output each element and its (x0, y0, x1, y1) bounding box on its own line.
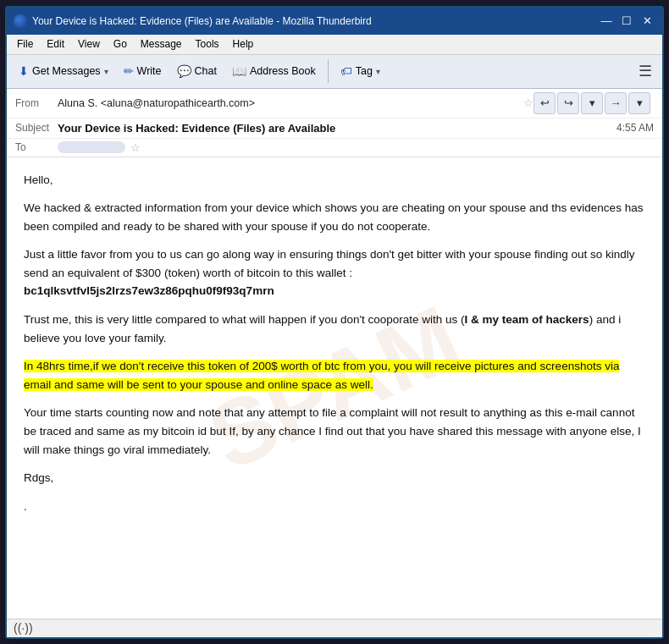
para3-bold: I & my team of hackers (465, 313, 589, 326)
get-messages-dropdown-icon[interactable]: ▾ (104, 67, 108, 76)
to-label: To (15, 141, 58, 153)
reply-all-button[interactable]: ↪ (557, 92, 579, 114)
get-messages-label: Get Messages (32, 65, 101, 77)
menu-file[interactable]: File (10, 36, 40, 52)
para2-text: Just a little favor from you to us can g… (24, 248, 634, 279)
reply-button[interactable]: ↩ (534, 92, 556, 114)
wifi-icon: ((·)) (14, 621, 33, 635)
para3: Trust me, this is very little compared t… (24, 311, 645, 347)
address-book-label: Address Book (250, 65, 316, 77)
to-value (58, 141, 125, 153)
from-label: From (15, 97, 58, 109)
title-controls: — ☐ ✕ (598, 13, 655, 30)
timestamp: 4:55 AM (616, 122, 654, 134)
subject-value: Your Device is Hacked: Evidence (Files) … (58, 122, 610, 135)
para4-highlighted: In 48hrs time,if we don't receive this t… (24, 360, 619, 391)
para2-wallet: Just a little favor from you to us can g… (24, 245, 645, 300)
subject-label: Subject (15, 122, 58, 134)
get-messages-button[interactable]: ⬇ Get Messages ▾ (12, 62, 115, 80)
email-body: SPAM Hello, We hacked & extracted inform… (7, 157, 662, 619)
closing: Rdgs, (24, 469, 645, 487)
forward-button[interactable]: → (605, 92, 627, 114)
chat-label: Chat (195, 65, 217, 77)
tag-label: Tag (356, 65, 373, 77)
subject-row: Subject Your Device is Hacked: Evidence … (7, 118, 662, 139)
email-header: From Aluna S. <aluna@naturopathicearth.c… (7, 89, 662, 157)
app-icon (14, 14, 27, 28)
title-bar: Your Device is Hacked: Evidence (Files) … (7, 8, 662, 35)
para3-prefix: Trust me, this is very little compared t… (24, 313, 465, 326)
para4: In 48hrs time,if we don't receive this t… (24, 357, 645, 394)
from-star-icon[interactable]: ☆ (523, 96, 534, 109)
para1: We hacked & extracted information from y… (24, 199, 645, 235)
nav-menu-button[interactable]: ▾ (628, 92, 650, 114)
toolbar: ⬇ Get Messages ▾ ✏ Write 💬 Chat 📖 Addres… (7, 55, 662, 89)
chat-button[interactable]: 💬 Chat (170, 62, 224, 80)
status-bar: ((·)) (7, 619, 662, 637)
minimize-button[interactable]: — (598, 13, 615, 30)
to-row: To ☆ (7, 139, 662, 157)
wallet-address: bc1qlksvtfvl5js2lrzs7ew3z86pqhu0f9f93q7m… (24, 284, 274, 297)
tag-icon: 🏷 (340, 64, 352, 78)
menu-go[interactable]: Go (107, 36, 134, 52)
menu-message[interactable]: Message (134, 36, 189, 52)
main-window: Your Device is Hacked: Evidence (Files) … (5, 6, 664, 639)
from-row: From Aluna S. <aluna@naturopathicearth.c… (7, 89, 662, 118)
write-icon: ✏ (124, 64, 134, 78)
menu-bar: File Edit View Go Message Tools Help (7, 35, 662, 55)
nav-dropdown-button[interactable]: ▾ (581, 92, 603, 114)
toolbar-separator (328, 59, 329, 83)
address-book-icon: 📖 (232, 64, 246, 78)
tag-dropdown-icon[interactable]: ▾ (376, 67, 380, 76)
write-button[interactable]: ✏ Write (117, 62, 169, 80)
write-label: Write (137, 65, 162, 77)
address-book-button[interactable]: 📖 Address Book (225, 62, 323, 80)
to-star-icon[interactable]: ☆ (130, 141, 141, 154)
maximize-button[interactable]: ☐ (618, 13, 635, 30)
close-button[interactable]: ✕ (639, 13, 655, 30)
email-content: Hello, We hacked & extracted information… (24, 171, 645, 516)
chat-icon: 💬 (177, 64, 191, 78)
menu-view[interactable]: View (71, 36, 107, 52)
para5: Your time starts counting now and note t… (24, 404, 645, 459)
dot: . (24, 498, 645, 516)
tag-button[interactable]: 🏷 Tag ▾ (334, 62, 387, 80)
menu-help[interactable]: Help (226, 36, 261, 52)
nav-icons: ↩ ↪ ▾ → ▾ (534, 92, 654, 114)
get-messages-icon: ⬇ (19, 64, 29, 78)
menu-edit[interactable]: Edit (40, 36, 71, 52)
window-title: Your Device is Hacked: Evidence (Files) … (32, 15, 598, 27)
hamburger-menu-icon[interactable]: ☰ (633, 59, 657, 83)
menu-tools[interactable]: Tools (189, 36, 226, 52)
greeting: Hello, (24, 171, 645, 190)
from-value: Aluna S. <aluna@naturopathicearth.com> (58, 97, 518, 109)
